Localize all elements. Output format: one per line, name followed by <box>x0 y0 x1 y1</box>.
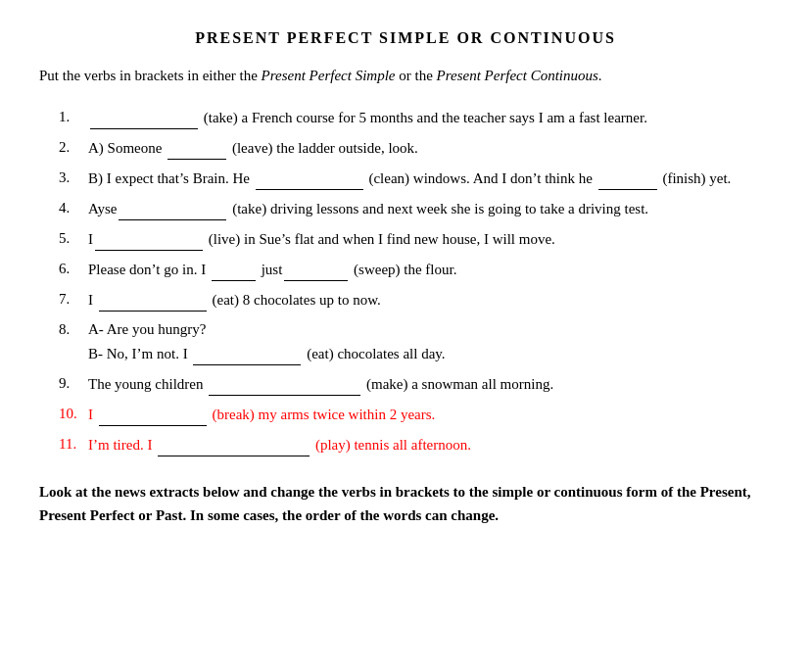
exercise-content: I’m tired. I (play) tennis all afternoon… <box>88 432 772 456</box>
exercise-number: 3. <box>59 166 88 190</box>
exercise-item: 11.I’m tired. I (play) tennis all aftern… <box>59 432 772 456</box>
answer-blank[interactable] <box>598 166 657 190</box>
exercise-line: A- Are you hungry? <box>88 317 772 341</box>
exercise-item: 1. (take) a French course for 5 months a… <box>59 105 772 129</box>
exercise-item: 7.I (eat) 8 chocolates up to now. <box>59 287 772 312</box>
exercise-item: 9.The young children (make) a snowman al… <box>59 371 772 396</box>
answer-blank[interactable] <box>193 341 301 365</box>
exercise-content: Ayse (take) driving lessons and next wee… <box>88 196 772 220</box>
exercise-content: I (eat) 8 chocolates up to now. <box>88 287 772 312</box>
instruction-italic2: Present Perfect Continuous <box>437 68 598 83</box>
page-title: PRESENT PERFECT SIMPLE OR CONTINUOUS <box>39 29 772 47</box>
exercise-number: 11. <box>59 432 88 456</box>
exercise-item: 5.I (live) in Sue’s flat and when I find… <box>59 226 772 251</box>
exercise-number: 6. <box>59 257 88 281</box>
exercise-number: 1. <box>59 105 88 129</box>
instruction: Put the verbs in brackets in either the … <box>39 65 772 87</box>
exercise-content: Please don’t go in. I just (sweep) the f… <box>88 257 772 281</box>
exercise-item: 4.Ayse (take) driving lessons and next w… <box>59 196 772 220</box>
exercise-content: I (break) my arms twice within 2 years. <box>88 402 772 426</box>
answer-blank[interactable] <box>90 105 198 129</box>
exercise-content: A) Someone (leave) the ladder outside, l… <box>88 135 772 160</box>
exercise-item: 3.B) I expect that’s Brain. He (clean) w… <box>59 166 772 190</box>
exercise-item: 2.A) Someone (leave) the ladder outside,… <box>59 135 772 160</box>
exercise-item: 6.Please don’t go in. I just (sweep) the… <box>59 257 772 281</box>
exercise-content: The young children (make) a snowman all … <box>88 371 772 396</box>
exercise-number: 4. <box>59 196 88 220</box>
answer-blank[interactable] <box>167 135 226 160</box>
exercise-number: 7. <box>59 287 88 312</box>
instruction-text3: . <box>598 68 602 83</box>
answer-blank[interactable] <box>95 226 203 251</box>
bottom-instruction: Look at the news extracts below and chan… <box>39 480 772 527</box>
answer-blank[interactable] <box>209 371 360 396</box>
instruction-italic1: Present Perfect Simple <box>262 68 396 83</box>
exercise-number: 10. <box>59 402 88 426</box>
answer-blank[interactable] <box>256 166 363 190</box>
exercise-number: 8. <box>59 317 88 365</box>
instruction-text1: Put the verbs in brackets in either the <box>39 68 262 83</box>
exercise-number: 9. <box>59 371 88 396</box>
exercise-content: (take) a French course for 5 months and … <box>88 105 772 129</box>
exercise-item: 10.I (break) my arms twice within 2 year… <box>59 402 772 426</box>
exercises-list: 1. (take) a French course for 5 months a… <box>59 105 772 456</box>
exercise-content: A- Are you hungry?B- No, I’m not. I (eat… <box>88 317 772 365</box>
answer-blank[interactable] <box>158 432 310 456</box>
exercise-item: 8.A- Are you hungry?B- No, I’m not. I (e… <box>59 317 772 365</box>
exercise-content: I (live) in Sue’s flat and when I find n… <box>88 226 772 251</box>
instruction-text2: or the <box>396 68 437 83</box>
answer-blank[interactable] <box>99 402 207 426</box>
exercise-number: 5. <box>59 226 88 251</box>
exercise-content: B) I expect that’s Brain. He (clean) win… <box>88 166 772 190</box>
exercise-number: 2. <box>59 135 88 160</box>
answer-blank[interactable] <box>284 257 348 281</box>
answer-blank[interactable] <box>119 196 226 220</box>
answer-blank[interactable] <box>212 257 256 281</box>
exercise-line: B- No, I’m not. I (eat) chocolates all d… <box>88 341 772 365</box>
answer-blank[interactable] <box>99 287 207 312</box>
